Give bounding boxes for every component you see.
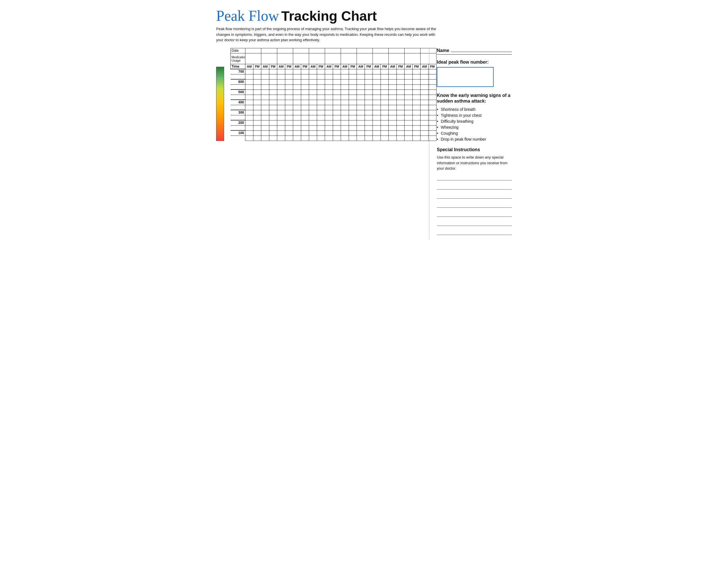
date-row: Date	[231, 48, 437, 53]
row-400: 400	[231, 100, 437, 105]
write-line-7	[437, 230, 512, 235]
warning-item-2: Tightness in your chest	[437, 113, 512, 118]
warning-item-3: Difficulty breathing	[437, 119, 512, 124]
warning-item-6: Drop in peak flow number	[437, 137, 512, 142]
title-script: Peak Flow	[216, 9, 279, 23]
medication-label: MedicationUsage	[231, 53, 245, 64]
write-line-2	[437, 185, 512, 190]
special-section: Special Instructions Use this space to w…	[437, 147, 512, 235]
row-450	[231, 95, 437, 100]
time-row: Time AMPM AMPM AMPM AMPM AMPM AMPM AMPM …	[231, 64, 437, 69]
row-350	[231, 105, 437, 110]
row-50	[231, 136, 437, 141]
write-line-3	[437, 194, 512, 199]
special-title: Special Instructions	[437, 147, 512, 152]
warning-section: Know the early warning signs of a sudden…	[437, 93, 512, 142]
header-section: Peak Flow Tracking Chart Peak flow monit…	[216, 9, 512, 43]
warning-item-5: Coughing	[437, 131, 512, 136]
chart-container: Date	[216, 48, 424, 141]
time-label: Time	[231, 64, 245, 69]
write-line-1	[437, 175, 512, 181]
write-line-6	[437, 221, 512, 226]
ideal-label: Ideal peak flow number:	[437, 60, 512, 65]
write-line-5	[437, 212, 512, 217]
warning-list: Shortness of breath Tightness in your ch…	[437, 107, 512, 142]
row-600: 600	[231, 79, 437, 84]
row-150	[231, 125, 437, 130]
ideal-section: Ideal peak flow number:	[437, 60, 512, 87]
write-line-4	[437, 203, 512, 208]
row-650	[231, 74, 437, 79]
row-550	[231, 84, 437, 90]
chart-table-wrapper: Date	[230, 48, 424, 141]
page-wrapper: Peak Flow Tracking Chart Peak flow monit…	[216, 9, 512, 239]
ideal-box[interactable]	[437, 67, 494, 87]
main-content: Date	[216, 48, 512, 239]
date-label: Date	[231, 48, 245, 53]
row-200: 200	[231, 120, 437, 125]
warning-item-4: Wheezing	[437, 125, 512, 130]
name-section: Name	[437, 48, 512, 55]
warning-item-1: Shortness of breath	[437, 107, 512, 112]
warning-title: Know the early warning signs of a sudden…	[437, 93, 512, 105]
chart-section: Date	[216, 48, 424, 239]
sidebar-section: Name Ideal peak flow number: Know the ea…	[429, 48, 512, 239]
peak-flow-table: Date	[230, 48, 437, 141]
description-text: Peak flow monitoring is part of the ongo…	[216, 26, 438, 43]
name-label: Name	[437, 48, 512, 55]
medication-row: MedicationUsage	[231, 53, 437, 64]
row-250	[231, 115, 437, 120]
row-500: 500	[231, 90, 437, 95]
special-desc: Use this space to write down any special…	[437, 155, 512, 171]
title-bold: Tracking Chart	[281, 9, 377, 23]
row-300: 300	[231, 110, 437, 115]
title-row: Peak Flow Tracking Chart	[216, 9, 512, 23]
row-700: 700	[231, 69, 437, 74]
row-100: 100	[231, 130, 437, 136]
